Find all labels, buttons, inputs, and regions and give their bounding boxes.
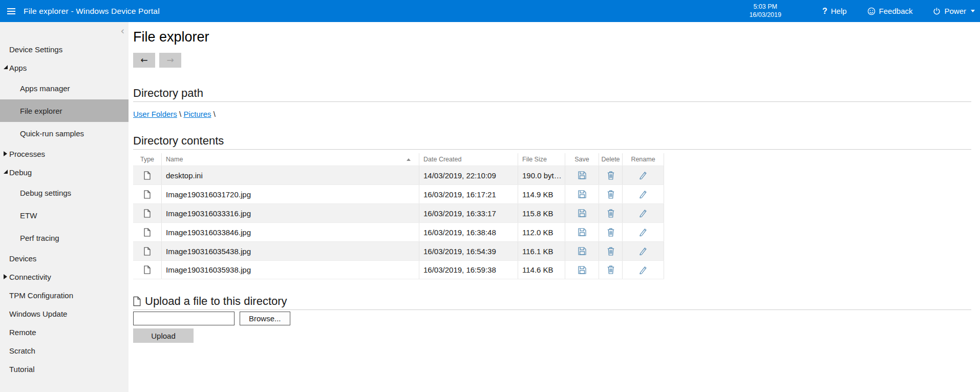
rename-icon[interactable] [637,264,649,276]
save-icon[interactable] [576,169,588,181]
expanded-triangle-icon [4,170,8,174]
delete-icon[interactable] [605,264,617,276]
sort-ascending-icon [407,158,411,161]
power-button[interactable]: Power [933,7,975,15]
file-name-cell: Image190316033846.jpg [162,223,419,241]
file-icon [144,171,151,180]
sidebar-item-tutorial[interactable]: Tutorial [0,360,129,378]
save-cell [565,223,599,241]
sidebar-item-connectivity[interactable]: Connectivity [0,267,129,286]
sidebar-item-scratch[interactable]: Scratch [0,341,129,360]
column-header-label: File Size [522,156,547,163]
table-body: desktop.ini14/03/2019, 22:10:09190.0 byt… [133,166,664,279]
column-header-delete[interactable]: Delete [599,153,623,166]
rename-icon[interactable] [637,188,649,200]
save-icon[interactable] [576,245,588,257]
column-header-label: Date Created [423,156,461,163]
browse-button[interactable]: Browse... [240,312,290,325]
save-icon[interactable] [576,207,588,219]
upload-button[interactable]: Upload [133,328,194,343]
breadcrumb-link-pictures[interactable]: Pictures [183,110,211,118]
delete-cell [599,223,623,241]
table-header-row: TypeNameDate CreatedFile SizeSaveDeleteR… [133,153,664,166]
column-header-file-size[interactable]: File Size [518,153,565,166]
date-text: 16/03/2019 [749,11,781,19]
column-header-date-created[interactable]: Date Created [419,153,518,166]
save-cell [565,261,599,279]
rename-cell [623,204,664,222]
sidebar-item-devices[interactable]: Devices [0,249,129,267]
expanded-triangle-icon [4,65,8,69]
sidebar-item-label: Tutorial [9,365,34,374]
delete-cell [599,261,623,279]
sidebar-item-apps-manager[interactable]: Apps manager [0,77,129,99]
delete-icon[interactable] [605,245,617,257]
file-name-cell: Image190316031720.jpg [162,185,419,203]
sidebar-item-windows-update[interactable]: Windows Update [0,304,129,323]
file-size-cell: 115.8 KB [518,204,565,222]
save-icon[interactable] [576,264,588,276]
column-header-label: Type [140,156,154,163]
rename-icon[interactable] [637,207,649,219]
file-icon [144,247,151,256]
sidebar-item-apps[interactable]: Apps [0,58,129,77]
delete-icon[interactable] [605,188,617,200]
breadcrumb-link-user-folders[interactable]: User Folders [133,110,177,118]
column-header-label: Name [166,156,183,163]
delete-icon[interactable] [605,207,617,219]
file-name-cell: Image190316035938.jpg [162,261,419,279]
column-header-rename[interactable]: Rename [623,153,664,166]
hamburger-menu-icon[interactable] [7,8,16,14]
sidebar-item-remote[interactable]: Remote [0,323,129,341]
rename-icon[interactable] [637,245,649,257]
sidebar-item-label: ETW [20,211,37,220]
rename-icon[interactable] [637,226,649,238]
file-icon [144,228,151,237]
file-size-cell: 116.1 KB [518,242,565,260]
sidebar-item-label: Perf tracing [20,234,59,242]
column-header-name[interactable]: Name [162,153,419,166]
file-name-cell: Image190316033316.jpg [162,204,419,222]
delete-cell [599,185,623,203]
delete-icon[interactable] [605,226,617,238]
sidebar-item-quick-run-samples[interactable]: Quick-run samples [0,122,129,145]
sidebar-item-processes[interactable]: Processes [0,145,129,163]
save-icon[interactable] [576,188,588,200]
rename-icon[interactable] [637,169,649,181]
date-created-cell: 16/03/2019, 16:17:21 [419,185,518,203]
sidebar-item-etw[interactable]: ETW [0,204,129,226]
file-icon [144,190,151,199]
delete-cell [599,242,623,260]
column-header-type[interactable]: Type [133,153,162,166]
sidebar-item-perf-tracing[interactable]: Perf tracing [0,226,129,249]
file-name-cell: desktop.ini [162,166,419,184]
sidebar-item-label: Debug settings [20,189,71,197]
rename-cell [623,166,664,184]
time-text: 5:03 PM [753,3,777,11]
rename-cell [623,223,664,241]
sidebar-item-debug-settings[interactable]: Debug settings [0,181,129,204]
delete-icon[interactable] [605,169,617,181]
sidebar-item-device-settings[interactable]: Device Settings [0,40,129,58]
upload-file-field[interactable] [133,312,235,325]
delete-cell [599,166,623,184]
sidebar-item-tpm-configuration[interactable]: TPM Configuration [0,286,129,304]
help-button[interactable]: ? Help [822,7,847,16]
directory-contents-heading: Directory contents [133,134,971,150]
column-header-label: Delete [601,156,620,163]
feedback-button[interactable]: Feedback [867,7,913,15]
chevron-down-icon [971,10,975,12]
file-size-cell: 112.0 KB [518,223,565,241]
back-button[interactable]: ← [133,53,155,68]
save-icon[interactable] [576,226,588,238]
forward-button[interactable]: → [159,53,181,68]
column-header-save[interactable]: Save [565,153,599,166]
upload-heading: Upload a file to this directory [145,295,287,308]
file-name-cell: Image190316035438.jpg [162,242,419,260]
table-row: Image190316035938.jpg16/03/2019, 16:59:3… [133,260,664,279]
sidebar-item-file-explorer[interactable]: File explorer [0,99,129,122]
sidebar-item-debug[interactable]: Debug [0,163,129,181]
breadcrumb: User Folders \ Pictures \ [133,110,971,118]
sidebar-collapse-icon[interactable]: ‹ [120,26,124,36]
rename-cell [623,242,664,260]
